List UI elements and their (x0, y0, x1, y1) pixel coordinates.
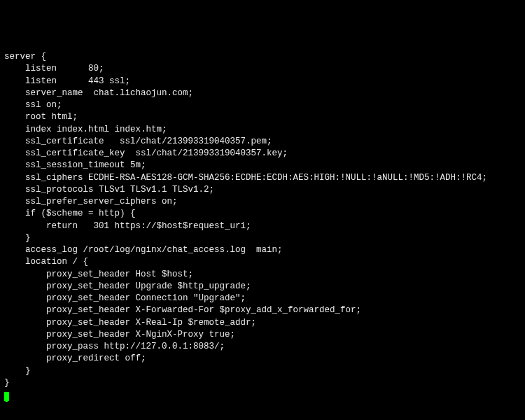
config-line: proxy_set_header X-NginX-Proxy true; (4, 329, 521, 341)
config-line: server_name chat.lichaojun.com; (4, 88, 521, 99)
config-line: ssl on; (4, 99, 521, 111)
config-line: } (4, 377, 521, 389)
prompt-line: ] (4, 389, 521, 401)
config-line: ssl_session_timeout 5m; (4, 160, 521, 172)
config-line: listen 80; (4, 63, 521, 75)
config-line: ssl_prefer_server_ciphers on; (4, 196, 521, 208)
config-line: ssl_protocols TLSv1 TLSv1.1 TLSv1.2; (4, 184, 521, 196)
cursor-icon: ] (4, 392, 9, 401)
config-line: root html; (4, 111, 521, 123)
config-line: proxy_set_header X-Forwarded-For $proxy_… (4, 304, 521, 316)
config-line: proxy_set_header X-Real-Ip $remote_addr; (4, 317, 521, 329)
config-line: proxy_redirect off; (4, 353, 521, 365)
terminal-viewport[interactable]: server { listen 80; listen 443 ssl; serv… (4, 51, 521, 401)
config-line: return 301 https://$host$request_uri; (4, 220, 521, 232)
config-line: proxy_set_header Upgrade $http_upgrade; (4, 281, 521, 293)
config-line: proxy_set_header Host $host; (4, 269, 521, 281)
config-line: ssl_certificate_key ssl/chat/21399331904… (4, 148, 521, 160)
config-line: } (4, 365, 521, 377)
config-line: if ($scheme = http) { (4, 208, 521, 220)
config-line: access_log /root/log/nginx/chat_access.l… (4, 244, 521, 256)
config-line: location / { (4, 256, 521, 268)
config-line: ssl_ciphers ECDHE-RSA-AES128-GCM-SHA256:… (4, 172, 521, 184)
config-line: proxy_set_header Connection "Upgrade"; (4, 293, 521, 304)
config-line: index index.html index.htm; (4, 124, 521, 136)
config-line: listen 443 ssl; (4, 76, 521, 88)
config-line: } (4, 232, 521, 244)
config-line: proxy_pass http://127.0.0.1:8083/; (4, 341, 521, 353)
config-line: ssl_certificate ssl/chat/213993319040357… (4, 136, 521, 148)
config-line: server { (4, 51, 521, 63)
